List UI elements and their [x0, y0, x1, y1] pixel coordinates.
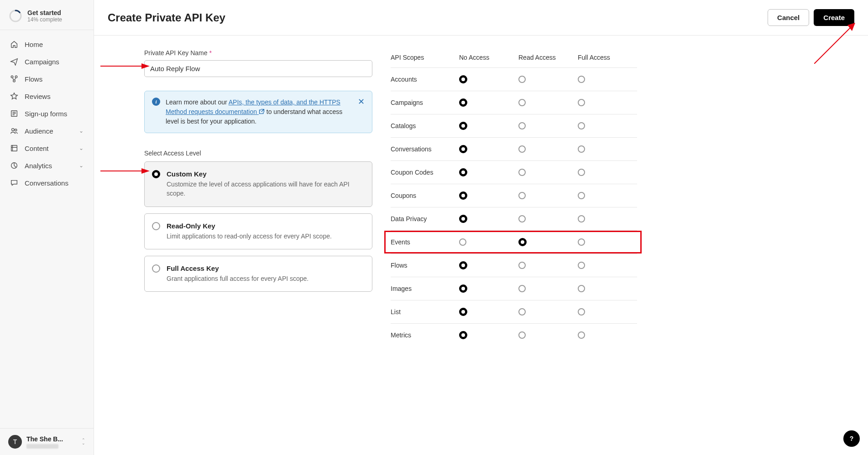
scopes-header: API Scopes No Access Read Access Full Ac…: [391, 49, 637, 67]
scope-radio[interactable]: [459, 238, 466, 246]
scope-radio[interactable]: [459, 98, 467, 107]
nav-item-sign-up-forms[interactable]: Sign-up forms: [0, 105, 94, 122]
scope-name: Coupons: [391, 192, 459, 199]
scope-radio[interactable]: [518, 192, 526, 199]
scope-radio[interactable]: [518, 285, 526, 292]
scope-radio[interactable]: [459, 284, 467, 293]
scope-radio[interactable]: [518, 238, 527, 246]
info-text: Learn more about our APIs, the types of …: [166, 98, 352, 126]
radio-desc: Customize the level of access applicatio…: [167, 180, 364, 198]
nav-label: Sign-up forms: [25, 110, 84, 118]
api-key-name-label-text: Private API Key Name: [144, 49, 208, 57]
scope-radio[interactable]: [459, 331, 467, 339]
api-key-name-label: Private API Key Name*: [144, 49, 372, 57]
nav-item-flows[interactable]: Flows: [0, 70, 94, 88]
scope-radio[interactable]: [459, 191, 467, 200]
scope-name: Images: [391, 285, 459, 292]
content-icon: [10, 144, 18, 152]
cancel-button[interactable]: Cancel: [768, 9, 809, 26]
scope-radio[interactable]: [578, 122, 585, 129]
star-icon: [10, 92, 18, 100]
nav-item-campaigns[interactable]: Campaigns: [0, 53, 94, 70]
scope-radio[interactable]: [518, 99, 526, 106]
home-icon: [10, 40, 18, 48]
scope-radio[interactable]: [518, 215, 526, 222]
info-close-button[interactable]: ✕: [358, 98, 365, 106]
scope-row-accounts: Accounts: [391, 67, 637, 91]
scope-radio[interactable]: [459, 145, 467, 153]
scope-radio[interactable]: [578, 99, 585, 106]
scope-radio[interactable]: [459, 261, 467, 269]
scope-radio[interactable]: [518, 308, 526, 315]
nav-label: Audience: [25, 127, 73, 135]
progress-ring-icon: [9, 10, 22, 22]
scope-radio[interactable]: [518, 331, 526, 339]
create-button[interactable]: Create: [814, 9, 854, 26]
flows-icon: [10, 75, 18, 83]
nav-item-reviews[interactable]: Reviews: [0, 88, 94, 105]
scope-row-list: List: [391, 300, 637, 323]
scope-radio[interactable]: [578, 285, 585, 292]
info-pre: Learn more about our: [166, 98, 229, 106]
scope-radio[interactable]: [518, 122, 526, 129]
scope-radio[interactable]: [459, 75, 467, 83]
avatar: T: [8, 435, 22, 449]
access-level-option-0[interactable]: Custom KeyCustomize the level of access …: [144, 161, 372, 207]
main: Create Private API Key Cancel Create Pri…: [94, 0, 868, 455]
scope-radio[interactable]: [518, 169, 526, 176]
scope-radio[interactable]: [578, 215, 585, 222]
scope-row-flows: Flows: [391, 253, 637, 277]
nav-label: Campaigns: [25, 58, 84, 66]
scope-radio[interactable]: [578, 76, 585, 83]
access-level-option-2[interactable]: Full Access KeyGrant applications full a…: [144, 256, 372, 292]
svg-point-7: [15, 129, 17, 131]
scope-name: Flows: [391, 262, 459, 269]
nav-label: Home: [25, 41, 84, 48]
radio-title: Custom Key: [167, 170, 364, 178]
scopes-col-name: API Scopes: [391, 54, 459, 61]
scope-radio[interactable]: [459, 308, 467, 316]
nav-item-home[interactable]: Home: [0, 36, 94, 53]
scope-name: Metrics: [391, 331, 459, 339]
nav-item-conversations[interactable]: Conversations: [0, 174, 94, 191]
scope-radio[interactable]: [578, 145, 585, 153]
nav-item-audience[interactable]: Audience⌄: [0, 122, 94, 140]
scope-radio[interactable]: [578, 262, 585, 269]
org-switcher[interactable]: T The She B... ⌃⌄: [0, 428, 94, 455]
radio-button: [152, 222, 160, 230]
scope-radio[interactable]: [578, 169, 585, 176]
people-icon: [10, 127, 18, 135]
scope-row-coupon-codes: Coupon Codes: [391, 160, 637, 184]
scope-radio[interactable]: [518, 76, 526, 83]
page-title: Create Private API Key: [108, 11, 225, 24]
scope-row-conversations: Conversations: [391, 137, 637, 160]
scope-radio[interactable]: [578, 238, 585, 246]
scope-radio[interactable]: [459, 122, 467, 130]
radio-title: Read-Only Key: [167, 222, 364, 230]
scope-radio[interactable]: [518, 145, 526, 153]
scope-name: List: [391, 308, 459, 315]
nav-item-analytics[interactable]: Analytics⌄: [0, 157, 94, 174]
send-icon: [10, 57, 18, 66]
scope-radio[interactable]: [578, 192, 585, 199]
scope-radio[interactable]: [578, 308, 585, 315]
scope-radio[interactable]: [459, 168, 467, 176]
nav-item-content[interactable]: Content⌄: [0, 140, 94, 157]
scope-row-campaigns: Campaigns: [391, 91, 637, 114]
nav-label: Analytics: [25, 162, 73, 170]
chat-icon: [10, 179, 18, 187]
scopes-col-none: No Access: [459, 54, 518, 61]
nav-label: Conversations: [25, 179, 84, 187]
scope-radio[interactable]: [578, 331, 585, 339]
help-fab[interactable]: ?: [843, 430, 860, 447]
api-key-name-input[interactable]: [144, 60, 372, 77]
scope-row-images: Images: [391, 277, 637, 300]
get-started-block[interactable]: Get started 14% complete: [0, 0, 94, 30]
access-level-option-1[interactable]: Read-Only KeyLimit applications to read-…: [144, 213, 372, 249]
scope-radio[interactable]: [518, 262, 526, 269]
scope-name: Events: [391, 238, 459, 246]
chevron-down-icon: ⌄: [79, 145, 84, 151]
scope-radio[interactable]: [459, 215, 467, 223]
nav-label: Content: [25, 145, 73, 152]
required-asterisk: *: [209, 49, 212, 57]
